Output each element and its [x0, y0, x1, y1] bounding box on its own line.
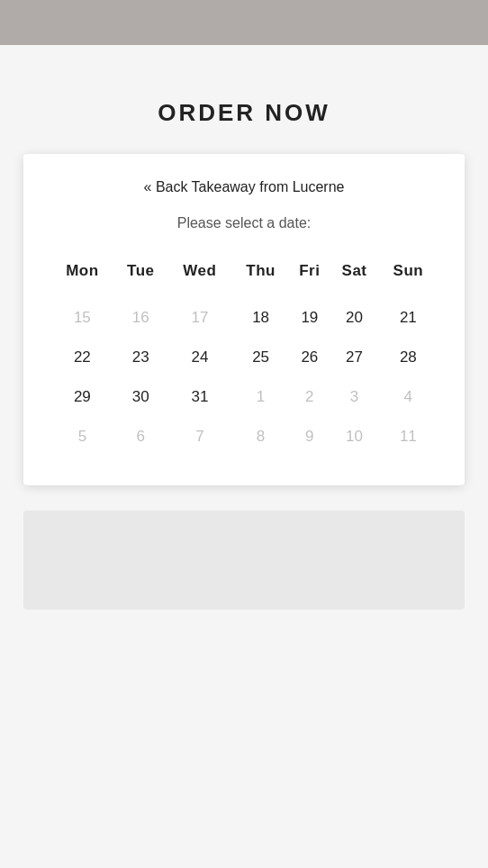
weekday-header-tue: Tue — [114, 255, 167, 298]
weekday-header-thu: Thu — [232, 255, 289, 298]
select-date-label: Please select a date: — [50, 215, 438, 231]
calendar-table: MonTueWedThuFriSatSun 151617181920212223… — [50, 255, 438, 457]
calendar-day-30[interactable]: 30 — [114, 377, 167, 417]
calendar-day-23[interactable]: 23 — [114, 338, 167, 377]
calendar-day-2: 2 — [289, 377, 330, 417]
calendar-day-28[interactable]: 28 — [379, 338, 438, 377]
calendar-day-3: 3 — [330, 377, 378, 417]
calendar-day-8: 8 — [232, 417, 289, 457]
calendar-day-10: 10 — [330, 417, 378, 457]
bottom-section — [23, 511, 465, 610]
calendar-week-row: 2930311234 — [50, 377, 438, 417]
calendar-day-25[interactable]: 25 — [232, 338, 289, 377]
calendar-day-17: 17 — [167, 298, 232, 338]
weekday-header-row: MonTueWedThuFriSatSun — [50, 255, 438, 298]
calendar-day-15: 15 — [50, 298, 114, 338]
calendar-day-7: 7 — [167, 417, 232, 457]
calendar-day-5: 5 — [50, 417, 114, 457]
page-title: ORDER NOW — [158, 99, 330, 127]
calendar-day-27[interactable]: 27 — [330, 338, 378, 377]
calendar-day-29[interactable]: 29 — [50, 377, 114, 417]
calendar-week-row: 15161718192021 — [50, 298, 438, 338]
calendar-day-20[interactable]: 20 — [330, 298, 378, 338]
weekday-header-sat: Sat — [330, 255, 378, 298]
calendar-day-1: 1 — [232, 377, 289, 417]
calendar-day-16: 16 — [114, 298, 167, 338]
calendar-day-19[interactable]: 19 — [289, 298, 330, 338]
calendar-day-26[interactable]: 26 — [289, 338, 330, 377]
calendar-day-4: 4 — [379, 377, 438, 417]
back-link-text: Back Takeaway from Lucerne — [151, 179, 344, 194]
calendar-day-9: 9 — [289, 417, 330, 457]
calendar-day-24[interactable]: 24 — [167, 338, 232, 377]
back-link[interactable]: « Back Takeaway from Lucerne — [144, 179, 345, 194]
weekday-header-fri: Fri — [289, 255, 330, 298]
calendar-day-21[interactable]: 21 — [379, 298, 438, 338]
weekday-header-mon: Mon — [50, 255, 114, 298]
weekday-header-sun: Sun — [379, 255, 438, 298]
top-bar — [0, 0, 488, 45]
weekday-header-wed: Wed — [167, 255, 232, 298]
calendar-day-18[interactable]: 18 — [232, 298, 289, 338]
calendar-card: « Back Takeaway from Lucerne Please sele… — [23, 154, 465, 485]
calendar-day-22[interactable]: 22 — [50, 338, 114, 377]
calendar-week-row: 22232425262728 — [50, 338, 438, 377]
calendar-week-row: 567891011 — [50, 417, 438, 457]
calendar-day-6: 6 — [114, 417, 167, 457]
back-link-container[interactable]: « Back Takeaway from Lucerne — [50, 179, 438, 195]
calendar-day-11: 11 — [379, 417, 438, 457]
calendar-day-31[interactable]: 31 — [167, 377, 232, 417]
